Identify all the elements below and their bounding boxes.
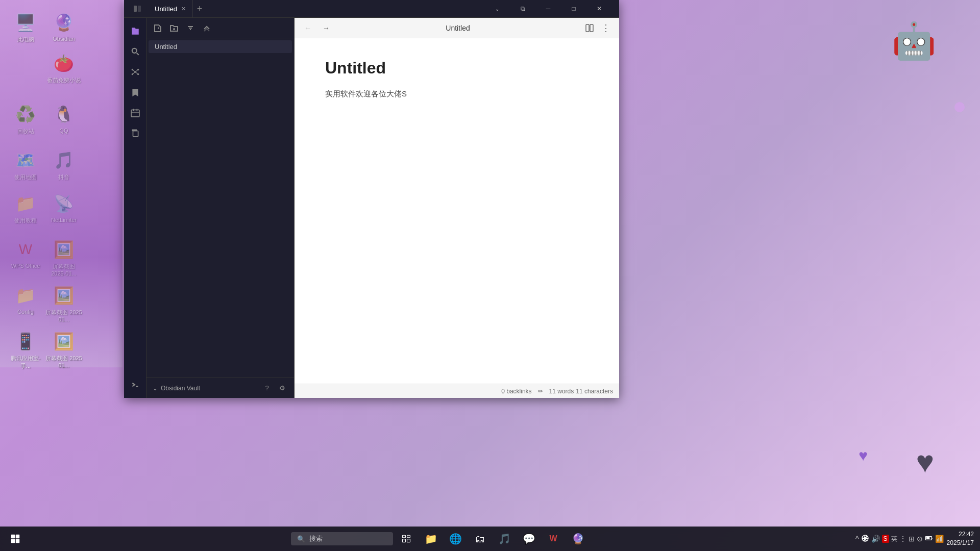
layout-toggle-btn[interactable] bbox=[582, 21, 597, 35]
sidebar-search-btn[interactable] bbox=[126, 42, 144, 61]
svg-point-2 bbox=[132, 48, 136, 53]
svg-line-3 bbox=[136, 53, 138, 55]
tray-network-icon[interactable] bbox=[861, 534, 869, 544]
bottom-icons: ? ⚙ bbox=[261, 383, 288, 394]
edit-mode-status[interactable]: ✏ bbox=[538, 388, 543, 395]
taskbar-wps-btn[interactable]: W bbox=[542, 528, 565, 550]
tab-close-btn[interactable]: ✕ bbox=[181, 6, 186, 12]
sidebar-bookmarks-btn[interactable] bbox=[126, 83, 144, 102]
window-close-btn[interactable]: ✕ bbox=[587, 2, 611, 16]
sidebar-copy-btn[interactable] bbox=[126, 124, 144, 142]
backlinks-count: 0 backlinks bbox=[501, 388, 531, 395]
system-tray: ^ 🔊 S 英 ⋮ ⊞ ⊙ 📶 bbox=[855, 534, 944, 544]
back-btn[interactable]: ← bbox=[301, 21, 315, 35]
window-maximize-btn[interactable]: □ bbox=[562, 2, 585, 16]
time-display: 22:42 bbox=[947, 530, 974, 539]
editor-content[interactable]: Untitled 实用软件欢迎各位大佬S bbox=[295, 38, 619, 384]
tray-dots-icon[interactable]: ⋮ bbox=[899, 535, 906, 543]
word-count-status: 11 words 11 characters bbox=[549, 388, 613, 395]
word-count: 11 words bbox=[549, 388, 574, 395]
svg-rect-26 bbox=[586, 24, 589, 32]
sidebar-files-btn[interactable] bbox=[126, 22, 144, 40]
sidebar-icons bbox=[124, 18, 146, 398]
tray-grid-icon[interactable]: ⊞ bbox=[909, 535, 915, 543]
circle-decoration bbox=[954, 102, 965, 112]
task-view-btn[interactable] bbox=[395, 528, 418, 550]
svg-rect-37 bbox=[926, 537, 929, 539]
file-item-untitled[interactable]: Untitled bbox=[149, 40, 292, 53]
file-explorer-toolbar bbox=[146, 18, 294, 38]
start-menu-btn[interactable] bbox=[4, 528, 27, 550]
note-title: Untitled bbox=[325, 59, 589, 78]
vault-name-label: Obsidian Vault bbox=[161, 385, 200, 392]
window-titlebar: Untitled ✕ + ⌄ ⧉ ─ □ ✕ bbox=[124, 0, 619, 18]
taskbar-wechat-btn[interactable]: 💬 bbox=[518, 528, 540, 550]
window-minimize-btn[interactable]: ─ bbox=[536, 2, 560, 16]
search-icon-tb: 🔍 bbox=[297, 535, 305, 543]
tray-arrow-icon[interactable]: ^ bbox=[855, 535, 859, 543]
taskbar-edge-btn[interactable]: 🌐 bbox=[444, 528, 467, 550]
new-folder-btn[interactable] bbox=[167, 21, 181, 35]
backlinks-status[interactable]: 0 backlinks bbox=[501, 388, 531, 395]
sidebar-toggle-btn[interactable] bbox=[128, 0, 146, 18]
taskbar-tiktok-btn[interactable]: 🎵 bbox=[493, 528, 516, 550]
vault-selector[interactable]: ⌄ Obsidian Vault bbox=[153, 385, 257, 392]
tray-misc-icon[interactable]: ⊙ bbox=[917, 535, 923, 543]
svg-rect-32 bbox=[403, 535, 406, 538]
robot-decoration: 🤖 bbox=[888, 10, 939, 71]
svg-line-11 bbox=[132, 72, 135, 74]
vault-chevron-icon: ⌄ bbox=[153, 385, 158, 392]
char-count: 11 characters bbox=[576, 388, 613, 395]
help-btn[interactable]: ? bbox=[261, 383, 273, 394]
tab-bar: Untitled ✕ + bbox=[149, 0, 485, 17]
sidebar-calendar-btn[interactable] bbox=[126, 104, 144, 122]
more-options-btn[interactable]: ⋮ bbox=[599, 21, 613, 35]
tray-network2-icon[interactable]: 📶 bbox=[935, 535, 944, 543]
editor-actions: ⋮ bbox=[582, 21, 613, 35]
svg-rect-33 bbox=[407, 535, 410, 538]
tab-label: Untitled bbox=[155, 5, 177, 13]
sidebar-terminal-btn[interactable] bbox=[126, 375, 144, 394]
svg-line-12 bbox=[135, 72, 138, 74]
new-tab-btn[interactable]: + bbox=[192, 2, 207, 16]
anime-character bbox=[0, 0, 122, 367]
collapse-btn[interactable] bbox=[200, 21, 214, 35]
svg-rect-27 bbox=[590, 24, 593, 32]
taskbar-search[interactable]: 🔍 搜索 bbox=[291, 532, 393, 545]
window-body: Untitled ⌄ Obsidian Vault ? ⚙ ← → Untitl… bbox=[124, 18, 619, 398]
svg-line-10 bbox=[135, 70, 138, 72]
taskbar-explorer-btn[interactable]: 🗂 bbox=[469, 528, 491, 550]
svg-rect-31 bbox=[16, 539, 20, 543]
svg-rect-30 bbox=[11, 539, 15, 543]
editor-statusbar: 0 backlinks ✏ 11 words 11 characters bbox=[295, 384, 619, 398]
datetime-display[interactable]: 22:42 2025/1/17 bbox=[947, 530, 974, 547]
svg-rect-29 bbox=[16, 535, 20, 539]
search-placeholder: 搜索 bbox=[309, 534, 323, 543]
taskbar-center: 🔍 搜索 📁 🌐 🗂 🎵 💬 W 🔮 bbox=[31, 528, 849, 550]
heart-decoration-1: ♥ bbox=[916, 444, 934, 480]
svg-line-9 bbox=[132, 70, 135, 72]
editor-topbar: ← → Untitled ⋮ bbox=[295, 18, 619, 38]
window-controls: ⌄ ⧉ ─ □ ✕ bbox=[485, 2, 611, 16]
settings-btn[interactable]: ⚙ bbox=[277, 383, 288, 394]
sort-btn[interactable] bbox=[183, 21, 198, 35]
taskbar-right: ^ 🔊 S 英 ⋮ ⊞ ⊙ 📶 22:42 2025 bbox=[849, 530, 980, 547]
new-note-btn[interactable] bbox=[151, 21, 165, 35]
tab-untitled[interactable]: Untitled ✕ bbox=[149, 0, 192, 17]
window-layout-btn[interactable]: ⧉ bbox=[511, 2, 534, 16]
taskbar: 🔍 搜索 📁 🌐 🗂 🎵 💬 W 🔮 ^ bbox=[0, 527, 980, 551]
svg-rect-13 bbox=[131, 110, 139, 117]
tray-speaker-icon[interactable]: 🔊 bbox=[871, 535, 880, 543]
tray-battery-icon[interactable] bbox=[925, 534, 933, 544]
taskbar-left bbox=[0, 528, 31, 550]
tray-input-icon[interactable]: S bbox=[882, 535, 889, 543]
forward-btn[interactable]: → bbox=[319, 21, 333, 35]
taskbar-obsidian-btn[interactable]: 🔮 bbox=[567, 528, 589, 550]
window-chevron-btn[interactable]: ⌄ bbox=[485, 2, 509, 16]
svg-rect-35 bbox=[407, 539, 410, 542]
note-body: 实用软件欢迎各位大佬S bbox=[325, 88, 589, 100]
pencil-icon: ✏ bbox=[538, 388, 543, 395]
tray-lang-icon[interactable]: 英 bbox=[891, 535, 897, 543]
sidebar-graph-btn[interactable] bbox=[126, 63, 144, 81]
taskbar-file-explorer-btn[interactable]: 📁 bbox=[420, 528, 442, 550]
